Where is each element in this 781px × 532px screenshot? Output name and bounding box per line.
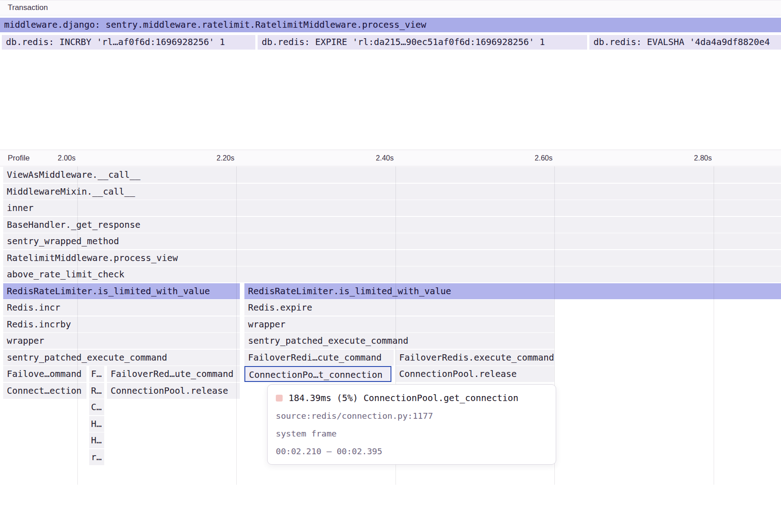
profile-axis-bar: Profile 2.00s 2.20s 2.40s 2.60s 2.80s — [0, 150, 781, 166]
flame-frame[interactable]: Redis.expire — [244, 300, 554, 316]
flame-frame[interactable]: RatelimitMiddleware.process_view — [3, 250, 781, 266]
flame-frame[interactable]: MiddlewareMixin.__call__ — [3, 184, 781, 200]
time-tick-label: 2.20s — [193, 150, 234, 166]
transaction-root-span[interactable]: middleware.django: sentry.middleware.rat… — [0, 18, 781, 32]
tooltip-title-line: 184.39ms (5%)ConnectionPool.get_connecti… — [276, 391, 548, 405]
flame-frame[interactable]: inner — [3, 200, 781, 216]
tooltip-time-range: 00:02.210 — 00:02.395 — [276, 445, 548, 458]
timeline-gridline — [77, 166, 78, 485]
flame-frame-selected[interactable]: ConnectionPo…t_connection — [244, 366, 391, 382]
flame-frame[interactable]: H… — [89, 416, 104, 432]
flame-frame[interactable]: above_rate_limit_check — [3, 266, 781, 282]
flame-frame[interactable]: Connect…ection — [3, 383, 86, 399]
transaction-child-span[interactable]: db.redis: EVALSHA '4da4a9df8820e4 — [589, 35, 781, 50]
tooltip-source: source:redis/connection.py:1177 — [276, 409, 548, 423]
flame-frame[interactable]: FailoverRed…ute_command — [107, 366, 240, 382]
flame-frame[interactable]: sentry_patched_execute_command — [244, 333, 554, 349]
flame-frame[interactable]: Redis.incr — [3, 300, 240, 316]
flame-frame[interactable]: ConnectionPool.release — [396, 366, 554, 382]
tooltip-duration: 184.39ms (5%) — [289, 393, 358, 403]
flame-frame[interactable]: r… — [89, 449, 104, 465]
flame-frame-highlighted[interactable]: RedisRateLimiter.is_limited_with_value — [244, 283, 781, 299]
time-tick-label: 2.80s — [671, 150, 712, 166]
tooltip-frame-type: system frame — [276, 427, 548, 441]
flame-frame-highlighted[interactable]: RedisRateLimiter.is_limited_with_value — [3, 283, 240, 299]
profile-section-header: Profile — [8, 150, 30, 166]
frame-tooltip: 184.39ms (5%)ConnectionPool.get_connecti… — [267, 384, 556, 465]
frame-category-swatch-icon — [276, 395, 283, 402]
timeline-gridline — [236, 166, 237, 485]
flame-frame[interactable]: ConnectionPool.release — [107, 383, 240, 399]
transaction-section-header: Transaction — [0, 0, 781, 15]
time-tick-label: 2.60s — [512, 150, 553, 166]
flame-frame[interactable]: BaseHandler._get_response — [3, 217, 781, 233]
flame-frame[interactable]: R… — [89, 383, 104, 399]
flame-frame[interactable]: C… — [89, 399, 104, 415]
time-tick-label: 2.40s — [353, 150, 394, 166]
flame-frame[interactable]: Redis.incrby — [3, 316, 240, 332]
flame-frame[interactable]: sentry_wrapped_method — [3, 233, 781, 249]
timeline-gridline — [714, 166, 714, 485]
flame-frame[interactable]: wrapper — [3, 333, 240, 349]
flame-frame[interactable]: Failove…ommand — [3, 366, 86, 382]
transaction-child-span[interactable]: db.redis: INCRBY 'rl…af0f6d:1696928256' … — [2, 35, 255, 50]
flame-frame[interactable]: sentry_patched_execute_command — [3, 350, 240, 366]
flame-frame[interactable]: wrapper — [244, 316, 554, 332]
flame-frame[interactable]: F… — [89, 366, 104, 382]
flame-frame[interactable]: FailoverRedi…cute_command — [244, 350, 394, 366]
time-tick-label: 2.00s — [35, 150, 76, 166]
tooltip-frame-name: ConnectionPool.get_connection — [364, 393, 518, 403]
transaction-spans-row: db.redis: INCRBY 'rl…af0f6d:1696928256' … — [0, 35, 781, 50]
transaction-child-span[interactable]: db.redis: EXPIRE 'rl:da215…90ec51af0f6d:… — [258, 35, 587, 50]
flame-frame[interactable]: H… — [89, 432, 104, 448]
flamegraph-canvas[interactable]: ViewAsMiddleware.__call__ MiddlewareMixi… — [0, 166, 781, 485]
flame-frame[interactable]: FailoverRedis.execute_command — [396, 350, 554, 366]
flame-frame[interactable]: ViewAsMiddleware.__call__ — [3, 167, 781, 183]
